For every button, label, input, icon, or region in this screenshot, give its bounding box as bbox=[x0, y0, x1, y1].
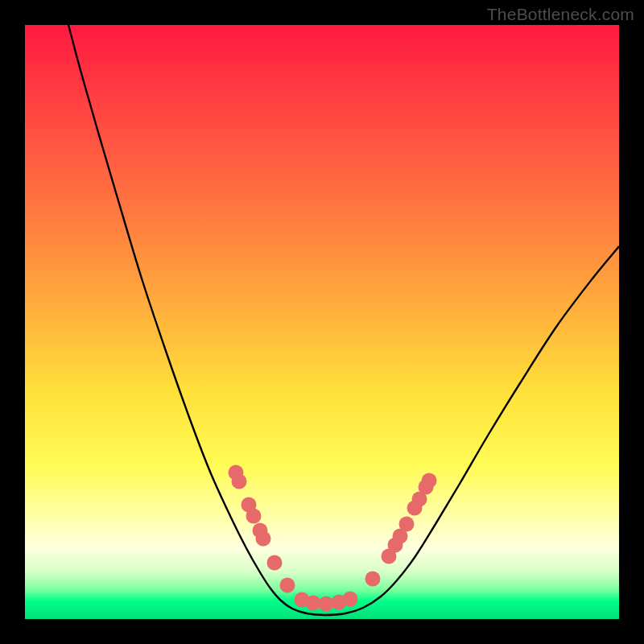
curve-marker bbox=[343, 592, 358, 607]
curve-marker bbox=[365, 572, 381, 587]
curve-line bbox=[68, 25, 619, 615]
chart-frame: TheBottleneck.com bbox=[0, 0, 644, 644]
bottleneck-curve bbox=[25, 25, 619, 619]
curve-marker bbox=[399, 517, 415, 532]
curve-marker bbox=[422, 473, 437, 489]
curve-marker bbox=[267, 555, 283, 571]
watermark-text: TheBottleneck.com bbox=[487, 5, 634, 24]
curve-marker bbox=[232, 474, 247, 489]
curve-markers bbox=[229, 465, 437, 612]
plot-area bbox=[25, 25, 619, 619]
curve-marker bbox=[246, 509, 262, 524]
curve-marker bbox=[319, 597, 334, 612]
curve-marker bbox=[256, 531, 271, 547]
curve-marker bbox=[280, 578, 295, 593]
